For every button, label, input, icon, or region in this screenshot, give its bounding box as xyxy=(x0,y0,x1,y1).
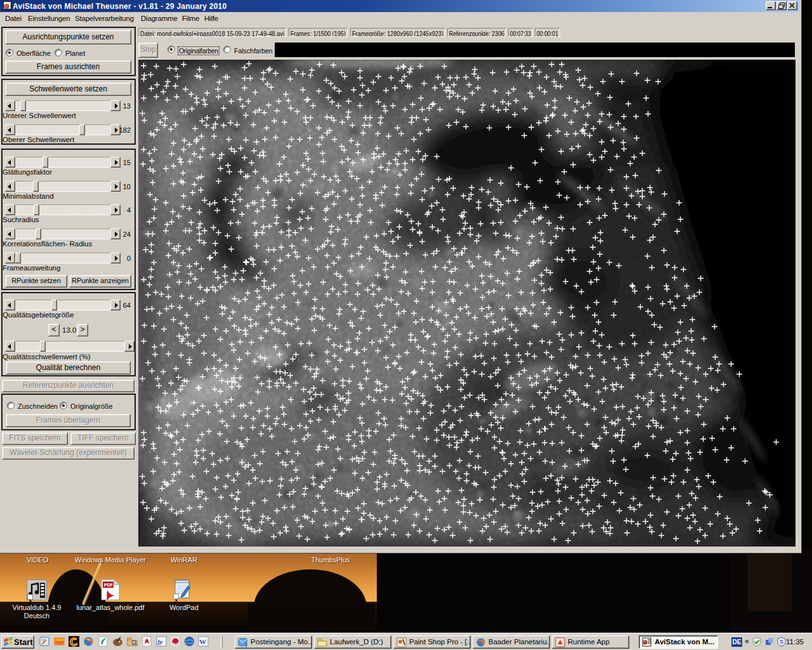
svg-text:W: W xyxy=(199,638,206,646)
svg-text:PDF: PDF xyxy=(104,583,114,587)
svg-text:app: app xyxy=(55,639,64,645)
svg-text:fp: fp xyxy=(158,639,163,645)
svg-text:S: S xyxy=(780,639,783,645)
